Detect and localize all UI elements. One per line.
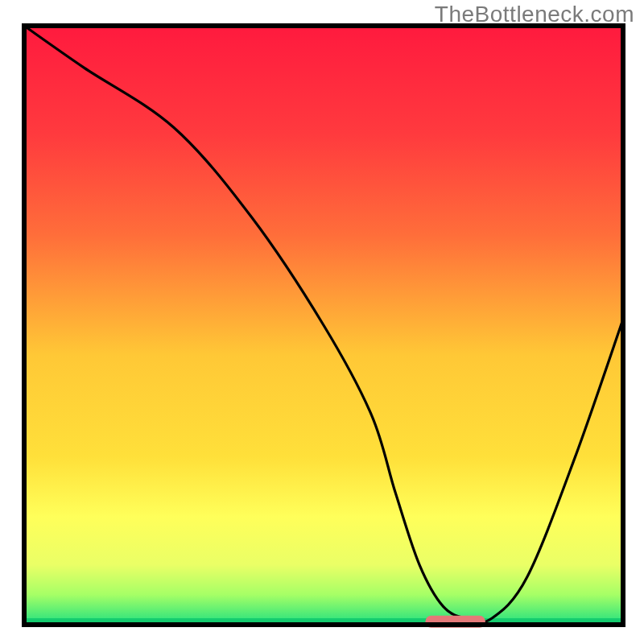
bottleneck-chart (0, 0, 644, 644)
watermark-label: TheBottleneck.com (435, 2, 634, 27)
chart-container: TheBottleneck.com (0, 0, 644, 644)
